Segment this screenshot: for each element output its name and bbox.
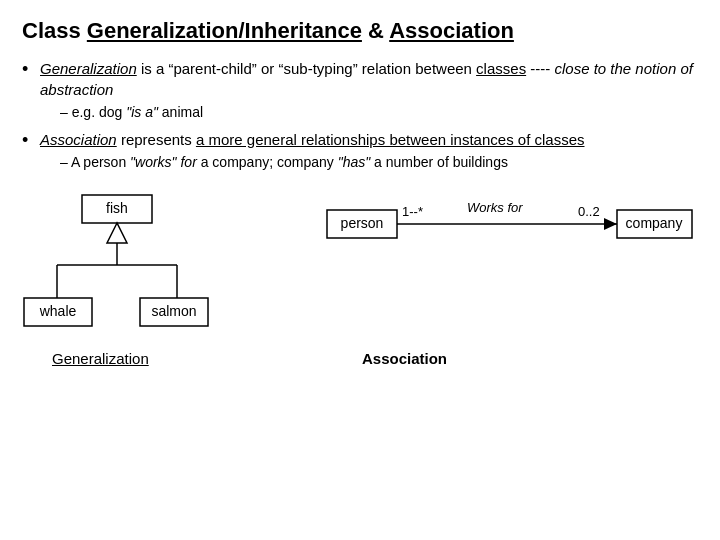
svg-text:fish: fish [106, 200, 128, 216]
b1-classes: classes [476, 60, 526, 77]
svg-marker-6 [107, 223, 127, 243]
generalization-diagram: fish whale salmon [22, 190, 282, 350]
bullet-dot-1: • [22, 59, 40, 80]
bullets-section: • Generalization is a “parent-child” or … [22, 58, 698, 172]
svg-text:person: person [341, 215, 384, 231]
b2-underline2: a more general relationships between ins… [196, 131, 585, 148]
svg-text:0..2: 0..2 [578, 204, 600, 219]
b1-q1: “parent-child” [168, 60, 256, 77]
title-part2: Association [389, 18, 514, 43]
association-term: Association [40, 131, 117, 148]
bullet-2: • Association represents a more general … [22, 129, 698, 173]
svg-text:1--*: 1--* [402, 204, 423, 219]
b1-rest4: ---- [526, 60, 554, 77]
b2-sub: A person "works" for a company; company … [60, 153, 585, 173]
svg-text:Works for: Works for [467, 200, 523, 215]
b2-rest1: represents [121, 131, 196, 148]
b1-sub: e.g. dog "is a" animal [60, 103, 698, 123]
b1-rest3: relation between [358, 60, 476, 77]
b1-rest1: is a [141, 60, 169, 77]
bullet-1: • Generalization is a “parent-child” or … [22, 58, 698, 123]
bullet-text-1: Generalization is a “parent-child” or “s… [40, 58, 698, 123]
bullet-dot-2: • [22, 130, 40, 151]
generalization-svg: fish whale salmon [22, 190, 282, 350]
b1-q2: “sub-typing” [278, 60, 357, 77]
svg-text:company: company [626, 215, 683, 231]
title-connector: & [362, 18, 389, 43]
title-part1: Generalization/Inheritance [87, 18, 362, 43]
diagram-area: fish whale salmon person [22, 190, 698, 370]
bullet-text-2: Association represents a more general re… [40, 129, 585, 173]
svg-text:whale: whale [39, 303, 77, 319]
generalization-term: Generalization [40, 60, 137, 77]
association-svg: person 1--* Works for 0..2 company [322, 190, 702, 270]
svg-marker-14 [604, 218, 617, 230]
title: Class Generalization/Inheritance & Assoc… [22, 18, 698, 44]
association-diagram: person 1--* Works for 0..2 company [322, 190, 698, 350]
svg-text:salmon: salmon [151, 303, 196, 319]
b1-rest2: or [257, 60, 279, 77]
title-plain: Class [22, 18, 87, 43]
